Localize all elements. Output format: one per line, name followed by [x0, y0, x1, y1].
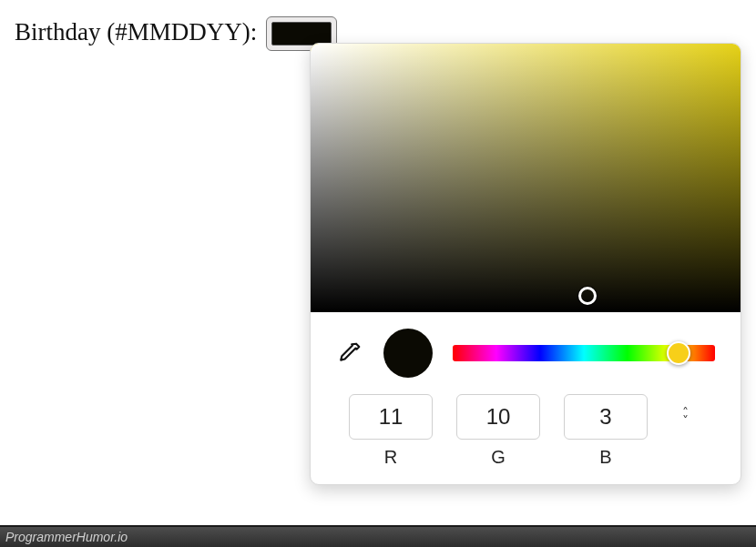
picker-mid-row	[311, 312, 741, 389]
channel-b	[564, 394, 648, 440]
eyedropper-icon	[338, 341, 362, 365]
r-label: R	[349, 447, 433, 468]
channel-r	[349, 394, 433, 440]
rgb-inputs-row	[311, 389, 741, 447]
current-color-preview	[383, 329, 433, 378]
watermark-footer: ProgrammerHumor.io	[0, 525, 756, 547]
saturation-value-thumb[interactable]	[578, 287, 597, 305]
field-label: Birthday (#MMDDYY):	[15, 16, 257, 48]
g-label: G	[456, 447, 540, 468]
chevron-down-icon	[682, 418, 689, 425]
hue-slider[interactable]	[453, 345, 715, 361]
color-picker-popup: R G B	[310, 43, 741, 485]
eyedropper-button[interactable]	[336, 339, 363, 367]
rgb-labels-row: R G B	[311, 447, 741, 484]
hue-thumb[interactable]	[667, 341, 690, 365]
color-mode-toggle[interactable]	[671, 410, 699, 425]
channel-g	[456, 394, 540, 440]
saturation-value-area[interactable]	[311, 44, 741, 312]
b-input[interactable]	[564, 394, 648, 440]
g-input[interactable]	[456, 394, 540, 440]
r-input[interactable]	[349, 394, 433, 440]
b-label: B	[564, 447, 648, 468]
